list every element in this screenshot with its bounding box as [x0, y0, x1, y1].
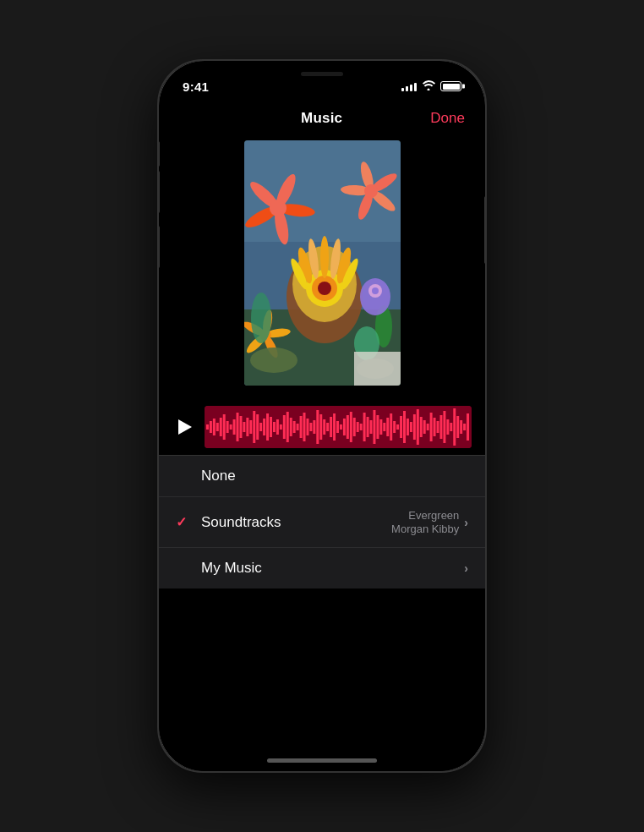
nav-bar: Music Done	[159, 103, 485, 134]
svg-rect-105	[410, 422, 412, 432]
speaker-grille	[301, 72, 343, 76]
svg-rect-48	[220, 418, 222, 436]
svg-rect-104	[407, 419, 409, 435]
svg-rect-111	[430, 413, 433, 441]
none-label: None	[201, 468, 468, 484]
svg-rect-97	[383, 423, 385, 431]
svg-rect-88	[353, 418, 356, 436]
svg-rect-53	[237, 413, 239, 441]
svg-rect-63	[270, 417, 272, 437]
play-icon	[178, 419, 192, 435]
svg-rect-118	[453, 408, 456, 446]
svg-rect-102	[400, 416, 402, 438]
svg-rect-44	[206, 424, 209, 430]
svg-rect-47	[216, 423, 219, 431]
screen: 9:41 Music	[159, 61, 485, 771]
waveform	[205, 406, 472, 448]
status-time: 9:41	[183, 79, 209, 94]
video-thumbnail	[244, 140, 401, 386]
svg-rect-83	[336, 421, 339, 433]
svg-rect-59	[256, 414, 259, 440]
svg-rect-121	[463, 424, 466, 430]
bottom-area	[159, 588, 485, 771]
music-option-soundtracks[interactable]: ✓ Soundtracks Evergreen Morgan Kibby ›	[159, 497, 485, 548]
artist-name: Morgan Kibby	[391, 523, 459, 535]
svg-rect-76	[313, 420, 315, 434]
svg-rect-96	[379, 419, 382, 435]
svg-rect-74	[306, 419, 308, 435]
svg-rect-114	[439, 415, 442, 439]
svg-rect-91	[363, 413, 366, 441]
svg-rect-52	[233, 419, 236, 435]
svg-rect-85	[343, 419, 346, 435]
svg-rect-120	[460, 420, 462, 434]
svg-rect-89	[357, 422, 359, 432]
phone-frame: 9:41 Music	[157, 59, 487, 773]
soundtracks-chevron-icon: ›	[464, 516, 468, 529]
play-button[interactable]	[172, 414, 198, 440]
signal-bar-1	[401, 88, 404, 91]
volume-down-button[interactable]	[157, 226, 160, 268]
svg-rect-67	[283, 415, 286, 439]
svg-rect-109	[423, 420, 426, 434]
svg-rect-103	[403, 411, 406, 443]
svg-rect-72	[300, 416, 303, 438]
svg-rect-108	[420, 417, 423, 437]
music-options-list: None ✓ Soundtracks Evergreen Morgan Kibb…	[159, 456, 485, 588]
svg-rect-116	[446, 419, 449, 435]
music-option-none[interactable]: None	[159, 456, 485, 497]
done-button[interactable]: Done	[430, 110, 465, 127]
svg-rect-66	[280, 424, 282, 430]
svg-rect-69	[290, 418, 292, 436]
svg-rect-98	[386, 418, 389, 436]
svg-rect-100	[393, 421, 396, 433]
svg-rect-90	[360, 424, 363, 430]
svg-rect-46	[213, 419, 216, 435]
svg-rect-86	[347, 415, 349, 439]
silent-switch[interactable]	[157, 141, 160, 167]
svg-rect-122	[467, 413, 469, 441]
video-preview	[159, 134, 485, 399]
waveform-container	[159, 399, 485, 455]
soundtracks-label: Soundtracks	[201, 514, 391, 531]
page-title: Music	[301, 110, 342, 127]
svg-rect-50	[226, 421, 229, 433]
svg-rect-54	[239, 416, 242, 438]
battery-fill	[443, 84, 460, 90]
svg-rect-68	[287, 412, 289, 442]
svg-rect-65	[276, 419, 279, 435]
svg-rect-82	[333, 413, 336, 441]
soundtracks-check-icon: ✓	[176, 514, 193, 530]
svg-rect-51	[230, 424, 232, 430]
svg-rect-92	[367, 417, 369, 437]
svg-rect-87	[350, 412, 352, 442]
svg-rect-42	[244, 140, 401, 386]
svg-rect-49	[223, 414, 226, 440]
svg-rect-93	[370, 420, 373, 434]
svg-rect-56	[246, 418, 248, 436]
svg-rect-80	[326, 423, 329, 431]
svg-rect-61	[263, 419, 265, 435]
svg-rect-57	[249, 420, 252, 434]
svg-rect-115	[443, 411, 445, 443]
svg-rect-112	[434, 418, 436, 436]
signal-bar-3	[410, 85, 412, 91]
svg-rect-55	[243, 422, 245, 432]
svg-rect-94	[373, 410, 375, 444]
signal-bar-4	[414, 83, 417, 91]
status-icons	[401, 80, 461, 93]
volume-up-button[interactable]	[157, 171, 160, 213]
wifi-icon	[422, 80, 435, 93]
music-option-my-music[interactable]: My Music ›	[159, 548, 485, 588]
svg-rect-77	[316, 410, 319, 444]
signal-bars-icon	[401, 81, 417, 91]
soundtracks-meta: Evergreen Morgan Kibby	[391, 509, 459, 535]
svg-rect-101	[396, 424, 399, 430]
my-music-chevron-icon: ›	[464, 561, 468, 575]
signal-bar-2	[406, 86, 408, 91]
my-music-label: My Music	[201, 560, 464, 577]
home-indicator[interactable]	[267, 758, 377, 763]
svg-rect-84	[340, 424, 342, 430]
svg-rect-70	[293, 421, 296, 433]
svg-rect-81	[330, 417, 332, 437]
